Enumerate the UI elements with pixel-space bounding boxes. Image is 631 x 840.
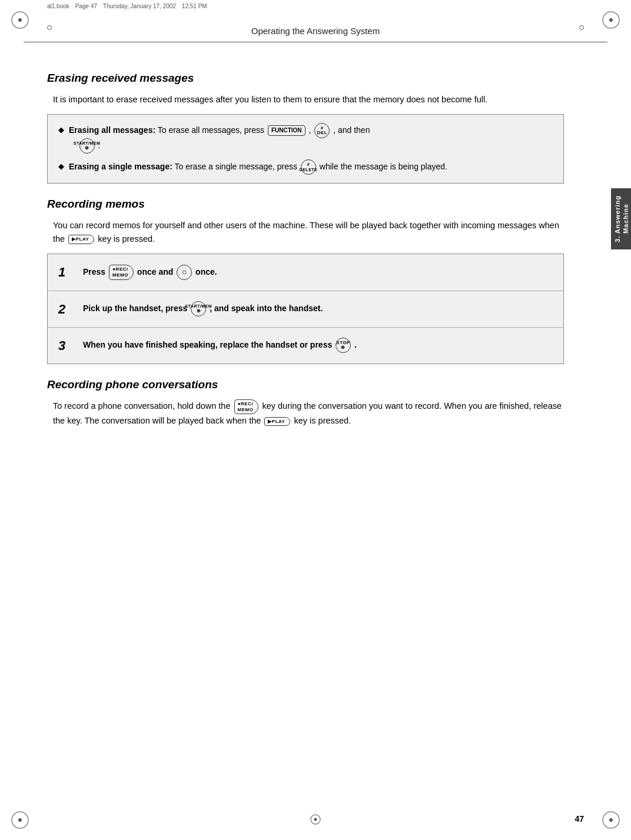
steps-box: 1 Press ●REC/ MEMO once and ○ once. 2 Pi… (47, 254, 564, 364)
delete-key: # DEL (314, 123, 330, 138)
play-key-intro: ▶PLAY (68, 235, 94, 244)
page-header: Operating the Answering System (24, 13, 607, 42)
header-dot-left (47, 25, 52, 30)
step-3-num: 3 (58, 335, 75, 356)
step-3-row: 3 When you have finished speaking, repla… (48, 328, 563, 364)
function-key: FUNCTION (268, 125, 305, 136)
erasing-single-text: Erasing a single message: To erase a sin… (69, 159, 553, 175)
svg-point-3 (609, 18, 613, 22)
stop-key: STOP ⊕ (336, 338, 351, 353)
erasing-info-box: ◆ Erasing all messages: To erase all mes… (47, 114, 564, 184)
erasing-all-text: Erasing all messages: To erase all messa… (69, 123, 553, 154)
erasing-all-label: Erasing all messages: (69, 125, 155, 135)
nav-circle-key: ○ (177, 265, 192, 280)
play-key-section3: ▶PLAY (264, 417, 290, 426)
step-2-num: 2 (58, 299, 75, 319)
section2-intro: You can record memos for yourself and ot… (47, 219, 564, 245)
svg-point-9 (314, 818, 317, 821)
corner-mark-bl (11, 811, 29, 829)
erasing-all-item: ◆ Erasing all messages: To erase all mes… (58, 123, 553, 154)
footer-center-mark (310, 814, 321, 827)
side-tab: 3. AnsweringMachine (611, 188, 631, 249)
section3-text: To record a phone conversation, hold dow… (47, 399, 564, 428)
section3-heading: Recording phone conversations (47, 378, 564, 391)
section1-intro: It is important to erase received messag… (47, 93, 564, 106)
erasing-single-label: Erasing a single message: (69, 162, 172, 171)
main-content: Erasing received messages It is importan… (0, 42, 611, 445)
erasing-single-item: ◆ Erasing a single message: To erase a s… (58, 159, 553, 175)
svg-point-7 (609, 818, 613, 822)
delete-key-2: # DELETE (301, 159, 316, 175)
start-memory-key-1: START/MEM ⊕ (79, 138, 95, 154)
step-3-text: When you have finished speaking, replace… (83, 338, 553, 353)
svg-point-5 (18, 818, 22, 822)
page-number: 47 (574, 814, 584, 824)
bullet-diamond-2: ◆ (58, 161, 64, 173)
rec-memo-key-step1: ●REC/ MEMO (109, 265, 134, 279)
bullet-diamond-1: ◆ (58, 124, 64, 136)
header-meta: al1.book Page 47 Thursday, January 17, 2… (0, 0, 631, 13)
section2-heading: Recording memos (47, 198, 564, 211)
page-header-title: Operating the Answering System (251, 26, 380, 36)
corner-mark-br (602, 811, 620, 829)
step-2-text: Pick up the handset, press START/MEM ⊕ ,… (83, 301, 553, 316)
start-memory-key-step2: START/MEM ⊕ (191, 301, 206, 316)
rec-memo-key-section3: ●REC/ MEMO (234, 399, 259, 414)
step-1-row: 1 Press ●REC/ MEMO once and ○ once. (48, 254, 563, 291)
svg-point-1 (18, 18, 22, 22)
header-dot-right (579, 25, 584, 30)
section1-heading: Erasing received messages (47, 72, 564, 85)
step-2-row: 2 Pick up the handset, press START/MEM ⊕… (48, 291, 563, 328)
step-1-text: Press ●REC/ MEMO once and ○ once. (83, 265, 553, 280)
step-1-num: 1 (58, 262, 75, 282)
